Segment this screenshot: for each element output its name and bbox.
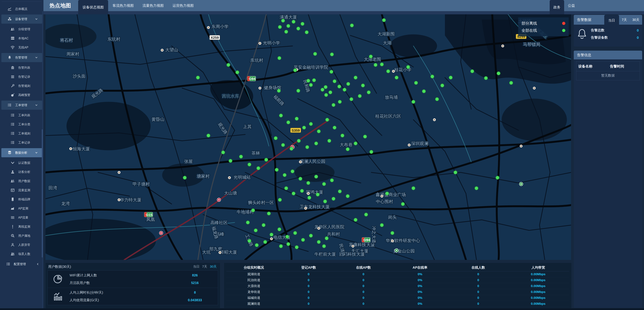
list-check-icon	[10, 113, 15, 117]
sidebar-item-9[interactable]: 高峰预警	[0, 90, 44, 100]
group-table-row-3[interactable]: 龙华街道000%00.00Mbps	[226, 289, 569, 295]
user-range-tab-0[interactable]: 当日	[193, 264, 200, 269]
sidebar-item-16[interactable]: 认证数据	[0, 158, 44, 168]
sidebar-item-25[interactable]: 人群异常	[0, 240, 44, 249]
sidebar-item-11[interactable]: 工单列表	[0, 111, 44, 120]
user-data-label: WIFI累计上网人数	[70, 273, 176, 278]
sidebar-item-8[interactable]: 告警规则	[0, 81, 44, 90]
chevron-down-icon	[10, 161, 15, 165]
alarm-range-tab-2[interactable]: 30天	[630, 15, 642, 25]
group-value: 0	[281, 272, 336, 276]
group-table-col-0: 分组实时概况	[226, 265, 281, 270]
users-icon	[10, 27, 15, 31]
sidebar-item-1[interactable]: 设备管理	[1, 15, 42, 24]
user-data-label: 人均上网时长(分钟/天)	[70, 290, 176, 295]
view-tab-0[interactable]: 设备状态视图	[78, 0, 108, 14]
user-data-row: 人均使用流量(G/天)0.043833	[70, 298, 214, 302]
tools-icon	[10, 84, 15, 88]
svg-text:鑫源盛商业广场: 鑫源盛商业广场	[376, 192, 406, 197]
hotspot-map[interactable]: 将石村周家村沙头面东坑村大望山东周小学光明小学健身场馆上其茶林恒海大厦黄昏山张屋…	[46, 14, 571, 260]
sidebar-item-0[interactable]: 总体概况	[0, 5, 44, 14]
sidebar-item-5[interactable]: 告警管理	[1, 53, 42, 62]
user-range-tab-1[interactable]: 7天	[202, 264, 207, 269]
alarm-range-tab-1[interactable]: 7天	[619, 15, 630, 25]
sidebar-item-18[interactable]: 用户数据	[0, 177, 44, 186]
alarm-stat-0: 告警总数0	[591, 28, 639, 33]
sidebar-item-10[interactable]: 工单管理	[1, 101, 42, 110]
alarm-range-tab-0[interactable]: 当日	[604, 15, 619, 26]
svg-text:深圳观澜: 深圳观澜	[411, 141, 428, 146]
legend-dot	[562, 22, 565, 25]
sidebar-item-19[interactable]: 流量监测	[0, 186, 44, 195]
topbar: 热点地图 设备状态视图客流热力视图流量热力视图运营热力视图 政务公益	[44, 0, 644, 11]
sidebar-item-6[interactable]: 告警列表	[0, 63, 44, 72]
group-table-row-5[interactable]: 观澜街道000%00.00Mbps	[226, 301, 569, 307]
sidebar-item-12[interactable]: 工单分类	[0, 120, 44, 129]
sidebar-item-label: 用户属地	[18, 234, 30, 238]
user-range-tab-2[interactable]: 30天	[210, 264, 217, 269]
view-tab-2[interactable]: 流量热力视图	[138, 0, 168, 11]
list-check-icon	[10, 131, 15, 136]
sidebar-item-label: 流量监测	[18, 188, 30, 192]
group-value: 0%	[391, 290, 449, 294]
group-value: 0%	[391, 272, 449, 276]
sidebar-item-17[interactable]: 访客分析	[0, 168, 44, 177]
view-tabs: 设备状态视图客流热力视图流量热力视图运营热力视图	[78, 0, 198, 11]
sidebar-item-label: AP流量	[18, 216, 28, 220]
sidebar-item-14[interactable]: 工单记录	[0, 138, 44, 147]
scope-tab-0[interactable]: 政务	[550, 0, 564, 14]
group-value: 0	[336, 290, 391, 294]
sidebar-item-15[interactable]: 数据分析	[1, 148, 42, 157]
alarm-range-tabs: 当日7天30天	[604, 15, 642, 25]
group-table-col-1: 登记AP数	[281, 265, 336, 270]
sidebar-item-4[interactable]: 无线AP	[0, 43, 44, 52]
page-bottom-scroll-track[interactable]	[0, 308, 644, 310]
group-table-row-1[interactable]: 民治街道000%00.00Mbps	[226, 277, 569, 283]
legend-label: 部分离线	[522, 21, 537, 26]
map-legend: 部分离线全部在线	[518, 17, 569, 36]
sidebar-item-label: 告警记录	[18, 75, 30, 79]
svg-text:大望山: 大望山	[165, 47, 178, 52]
sidebar-item-24[interactable]: 用户属地	[0, 231, 44, 240]
view-tab-1[interactable]: 客流热力视图	[108, 0, 138, 11]
group-value: 0	[281, 278, 336, 282]
sidebar-item-22[interactable]: AP流量	[0, 213, 44, 222]
sidebar-item-label: 本地AC	[18, 36, 28, 40]
svg-text:塘家村: 塘家村	[197, 174, 210, 179]
sidebar-item-label: 访客分析	[18, 170, 30, 174]
group-table-row-4[interactable]: 福城街道000%00.00Mbps	[226, 295, 569, 301]
sidebar-item-23[interactable]: 离线监测	[0, 222, 44, 231]
chevron-down-icon	[35, 56, 38, 59]
user-group-icon	[10, 252, 15, 256]
sidebar-item-27[interactable]: 配置管理	[0, 259, 44, 269]
sidebar-scrollbar-thumb[interactable]	[42, 129, 43, 257]
sidebar-item-26[interactable]: 场景人数	[0, 249, 44, 258]
sidebar-item-20[interactable]: 终端品牌	[0, 195, 44, 204]
sidebar-scrollbar[interactable]	[42, 11, 43, 308]
group-table-row-2[interactable]: 大浪街道000%00.00Mbps	[226, 283, 569, 289]
svg-text:上其: 上其	[243, 124, 252, 129]
sidebar-item-2[interactable]: 分组管理	[0, 25, 44, 34]
scope-tab-1[interactable]: 公益	[564, 0, 579, 11]
bell-icon	[8, 55, 12, 60]
sidebar-item-label: 场景人数	[18, 252, 30, 256]
sidebar-item-7[interactable]: 告警记录	[0, 72, 44, 81]
user-data-row: 月活跃用户数5216	[70, 281, 214, 285]
group-table-row-0[interactable]: 观湖街道000%00.00Mbps	[226, 271, 569, 277]
map-canvas[interactable]: 将石村周家村沙头面东坑村大望山东周小学光明小学健身场馆上其茶林恒海大厦黄昏山张屋…	[46, 14, 571, 260]
svg-text:凤凰: 凤凰	[146, 217, 155, 222]
table-icon	[10, 188, 15, 192]
svg-text:黄昏山: 黄昏山	[152, 117, 164, 122]
view-tab-3[interactable]: 运营热力视图	[168, 0, 198, 11]
exclamation-icon	[10, 224, 15, 229]
trend-chart-icon	[53, 291, 63, 301]
sidebar-item-21[interactable]: AP监测	[0, 204, 44, 213]
sidebar-item-3[interactable]: 本地AC	[0, 34, 44, 43]
svg-text:华为软件研发中心: 华为软件研发中心	[386, 238, 420, 243]
alarm-card-body: 告警总数0告警设备数0	[574, 25, 642, 42]
svg-text:库坑村: 库坑村	[250, 58, 263, 63]
sidebar-item-13[interactable]: 工单规则	[0, 129, 44, 138]
user-data-header: 用户数据(30天) 当日7天30天	[46, 263, 220, 270]
server-icon	[10, 36, 15, 41]
sidebar-item-label: 配置管理	[14, 262, 26, 266]
